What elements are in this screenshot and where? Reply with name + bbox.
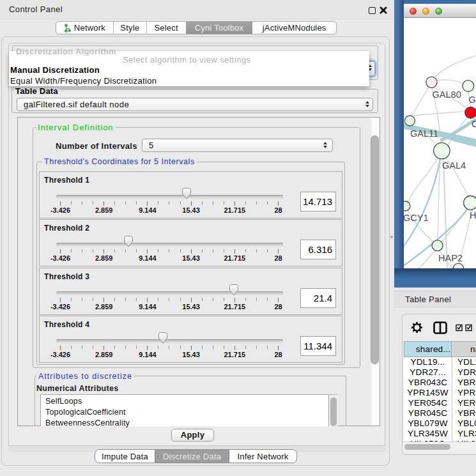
svg-text:C...: C... [472,119,476,129]
svg-text:H...: H... [470,210,476,220]
svg-text:GCY1: GCY1 [404,213,429,223]
svg-text:GAL4: GAL4 [442,160,466,171]
svg-text:HAP2: HAP2 [438,253,463,263]
svg-text:GAL80: GAL80 [433,89,461,100]
svg-text:G...: G... [469,95,476,105]
svg-text:GAL11: GAL11 [410,128,438,139]
